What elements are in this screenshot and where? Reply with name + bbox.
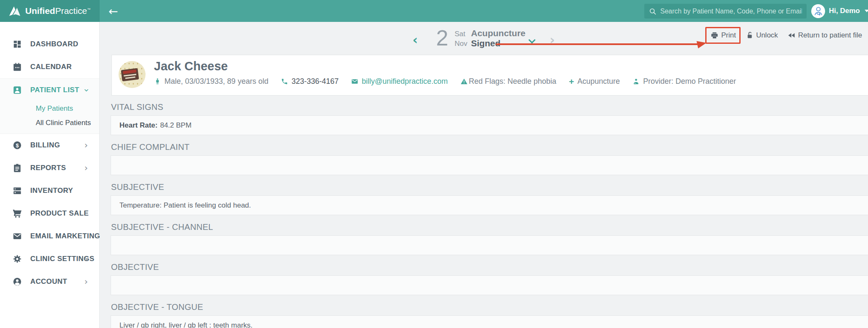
- chevron-expanded-icon: ›: [82, 88, 90, 92]
- sidebar-item-reports[interactable]: REPORTS ›: [0, 157, 99, 179]
- patient-demographics: Male, 03/03/1933, 89 years old: [154, 77, 268, 86]
- sidebar-item-patient-list[interactable]: PATIENT LIST ›: [0, 79, 99, 101]
- annotation-arrow-head: [696, 39, 707, 48]
- search-input[interactable]: [660, 8, 802, 15]
- sidebar-item-label: PRODUCT SALE: [30, 209, 89, 218]
- sidebar-item-inventory[interactable]: INVENTORY: [0, 179, 99, 202]
- sidebar-item-label: DASHBOARD: [30, 40, 78, 48]
- provider-icon: [632, 78, 640, 85]
- sidebar-item-label: PATIENT LIST: [30, 86, 79, 94]
- sidebar-item-email-marketing[interactable]: EMAIL MARKETING: [0, 225, 99, 248]
- section-box-objective[interactable]: [111, 275, 868, 295]
- reports-icon: [13, 163, 22, 173]
- user-menu[interactable]: Hi, Demo: [811, 0, 868, 22]
- plus-icon: +: [569, 78, 574, 85]
- section-title-subjective: SUBJECTIVE: [111, 182, 868, 192]
- dashboard-icon: [13, 40, 22, 49]
- warning-triangle-icon: [460, 78, 468, 85]
- printer-icon: [711, 32, 718, 39]
- svg-text:$: $: [16, 142, 19, 149]
- sidebar-item-account[interactable]: ACCOUNT ›: [0, 270, 99, 293]
- visit-weekday: Sat: [455, 29, 467, 39]
- email-marketing-icon: [13, 232, 22, 241]
- section-box-subjective[interactable]: Temperature: Patient is feeling cold hea…: [111, 195, 868, 215]
- patient-email[interactable]: billy@unifiedpractice.com: [351, 77, 447, 86]
- print-button[interactable]: Print: [711, 31, 736, 40]
- billing-icon: $: [13, 141, 22, 150]
- chevron-right-icon: ›: [85, 164, 88, 173]
- visit-dropdown-button[interactable]: [529, 37, 536, 44]
- chevron-right-icon: ›: [85, 277, 88, 286]
- note-sections: VITAL SIGNS Heart Rate: 84.2 BPM CHIEF C…: [111, 102, 868, 328]
- visit-date: Sat Nov: [455, 29, 467, 48]
- user-avatar: [811, 4, 825, 18]
- patient-name: Jack Cheese: [154, 59, 228, 73]
- sidebar-item-billing[interactable]: $ BILLING ›: [0, 134, 99, 157]
- brand-name: UnifiedPractice™: [25, 6, 90, 16]
- doctor-avatar-icon: [813, 5, 824, 16]
- chevron-right-icon: ›: [85, 141, 88, 150]
- user-greeting: Hi, Demo: [829, 7, 860, 15]
- patient-phone[interactable]: 323-336-4167: [281, 77, 339, 86]
- sidebar-item-calendar[interactable]: CALENDAR: [0, 56, 99, 78]
- visit-day-number: 2: [436, 27, 448, 49]
- cheese-label: [121, 68, 139, 82]
- chevron-down-icon: [865, 10, 868, 12]
- chevron-right-icon: ›: [85, 255, 88, 264]
- sidebar: DASHBOARD CALENDAR PATIENT LIST › My Pat…: [0, 22, 100, 328]
- product-sale-icon: [13, 209, 22, 218]
- print-label: Print: [721, 31, 736, 40]
- clinic-settings-icon: [13, 254, 22, 264]
- visit-actions: Print Unlock Return to patient file: [711, 31, 862, 40]
- patient-treatment: + Acupuncture: [569, 77, 620, 86]
- vital-value: 84.2 BPM: [160, 121, 192, 130]
- section-content: Temperature: Patient is feeling cold hea…: [119, 201, 251, 210]
- patient-details: Male, 03/03/1933, 89 years old 323-336-4…: [154, 77, 736, 86]
- visit-month: Nov: [455, 39, 467, 48]
- visit-appointment-type: Acupuncture: [471, 28, 526, 38]
- sidebar-item-product-sale[interactable]: PRODUCT SALE: [0, 202, 99, 225]
- section-box-chief-complaint[interactable]: [111, 155, 868, 175]
- calendar-icon: [13, 62, 22, 72]
- section-title-chief-complaint: CHIEF COMPLAINT: [111, 142, 868, 152]
- envelope-icon: [351, 78, 358, 85]
- patient-provider: Provider: Demo Practitioner: [632, 77, 736, 86]
- sidebar-subitem-all-clinic-patients[interactable]: All Clinic Patients: [0, 116, 99, 130]
- section-title-vital-signs: VITAL SIGNS: [111, 102, 868, 112]
- sidebar-item-label: BILLING: [30, 141, 60, 149]
- return-to-patient-file-button[interactable]: Return to patient file: [788, 31, 862, 40]
- patient-avatar[interactable]: [119, 61, 146, 88]
- section-box-vital-signs[interactable]: Heart Rate: 84.2 BPM: [111, 115, 868, 135]
- brand[interactable]: UnifiedPractice™: [0, 0, 100, 22]
- sidebar-patient-list-group: PATIENT LIST › My Patients All Clinic Pa…: [0, 78, 99, 134]
- sidebar-subitem-my-patients[interactable]: My Patients: [0, 101, 99, 116]
- rewind-icon: [788, 32, 795, 39]
- sidebar-item-label: EMAIL MARKETING: [30, 232, 100, 240]
- section-content: Liver / gb right, liver / gb left : teet…: [119, 321, 253, 328]
- sidebar-item-dashboard[interactable]: DASHBOARD: [0, 33, 99, 56]
- section-title-subjective-channel: SUBJECTIVE - CHANNEL: [111, 222, 868, 232]
- account-icon: [13, 277, 22, 286]
- main-content: ‹ 2 Sat Nov Acupuncture Signed › Print: [100, 22, 868, 328]
- section-box-subjective-channel[interactable]: [111, 235, 868, 255]
- sidebar-item-clinic-settings[interactable]: CLINIC SETTINGS ›: [0, 248, 99, 270]
- patient-red-flags: Red Flags: Needle phobia: [460, 77, 556, 86]
- brand-logo-icon: [8, 5, 21, 17]
- sidebar-item-label: INVENTORY: [30, 187, 73, 195]
- chevron-down-icon: [529, 37, 536, 44]
- unlock-label: Unlock: [756, 31, 778, 40]
- phone-icon: [281, 78, 288, 85]
- previous-visit-button[interactable]: ‹: [413, 33, 418, 47]
- male-icon: [154, 78, 161, 85]
- vital-label: Heart Rate:: [119, 121, 158, 130]
- inventory-icon: [13, 186, 22, 195]
- section-box-objective-tongue[interactable]: Liver / gb right, liver / gb left : teet…: [111, 315, 868, 328]
- sidebar-item-label: CALENDAR: [30, 63, 72, 71]
- unlock-button[interactable]: Unlock: [746, 31, 778, 40]
- unlock-icon: [746, 32, 753, 39]
- section-title-objective: OBJECTIVE: [111, 262, 868, 272]
- patient-list-icon: [13, 85, 22, 95]
- back-button[interactable]: ←: [108, 0, 118, 22]
- search-icon: [649, 8, 656, 15]
- sidebar-item-label: REPORTS: [30, 164, 66, 172]
